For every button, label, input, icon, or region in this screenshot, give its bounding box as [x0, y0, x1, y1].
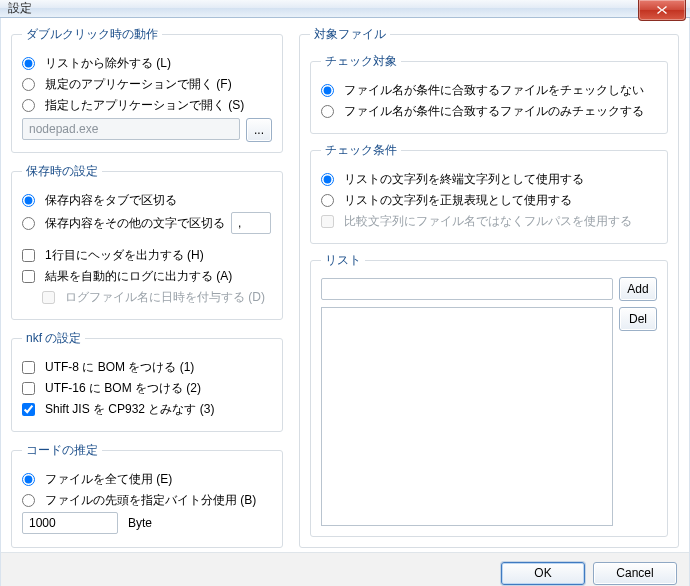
group-target-file: 対象ファイル チェック対象 ファイル名が条件に合致するファイルをチェックしない … [299, 26, 679, 548]
radio-open-specified-app[interactable] [22, 99, 35, 112]
check-header-row[interactable] [22, 249, 35, 262]
group-dblclick: ダブルクリック時の動作 リストから除外する (L) 規定のアプリケーションで開く… [11, 26, 283, 153]
label-cond-regex: リストの文字列を正規表現として使用する [344, 191, 572, 209]
close-button[interactable] [638, 0, 686, 21]
group-dblclick-legend: ダブルクリック時の動作 [22, 26, 162, 43]
left-column: ダブルクリック時の動作 リストから除外する (L) 規定のアプリケーションで開く… [11, 26, 283, 548]
group-list: リスト Add Del [310, 252, 668, 537]
label-sep-tab: 保存内容をタブで区切る [45, 191, 177, 209]
radio-check-skip[interactable] [321, 84, 334, 97]
radio-sep-tab[interactable] [22, 194, 35, 207]
ok-button[interactable]: OK [501, 562, 585, 585]
radio-code-head[interactable] [22, 494, 35, 507]
label-sep-other: 保存内容をその他の文字で区切る [45, 214, 225, 232]
browse-app-button[interactable]: ... [246, 118, 272, 142]
sep-char-input[interactable] [231, 212, 271, 234]
label-check-only: ファイル名が条件に合致するファイルのみチェックする [344, 102, 644, 120]
group-save: 保存時の設定 保存内容をタブで区切る 保存内容をその他の文字で区切る 1行目にヘ… [11, 163, 283, 320]
label-cond-terminal: リストの文字列を終端文字列として使用する [344, 170, 584, 188]
group-nkf-legend: nkf の設定 [22, 330, 85, 347]
content: ダブルクリック時の動作 リストから除外する (L) 規定のアプリケーションで開く… [1, 18, 689, 552]
group-nkf: nkf の設定 UTF-8 に BOM をつける (1) UTF-16 に BO… [11, 330, 283, 432]
cancel-button[interactable]: Cancel [593, 562, 677, 585]
radio-cond-terminal[interactable] [321, 173, 334, 186]
dialog-footer: OK Cancel [1, 552, 689, 586]
head-bytes-input[interactable] [22, 512, 118, 534]
group-check-target: チェック対象 ファイル名が条件に合致するファイルをチェックしない ファイル名が条… [310, 53, 668, 134]
window-title: 設定 [8, 0, 32, 17]
list-del-button[interactable]: Del [619, 307, 657, 331]
label-utf8-bom: UTF-8 に BOM をつける (1) [45, 358, 194, 376]
list-item-input[interactable] [321, 278, 613, 300]
label-log-date: ログファイル名に日時を付与する (D) [65, 288, 265, 306]
check-cp932[interactable] [22, 403, 35, 416]
group-code-estimation: コードの推定 ファイルを全て使用 (E) ファイルの先頭を指定バイト分使用 (B… [11, 442, 283, 548]
label-open-default-app: 規定のアプリケーションで開く (F) [45, 75, 232, 93]
radio-check-only[interactable] [321, 105, 334, 118]
label-utf16-bom: UTF-16 に BOM をつける (2) [45, 379, 201, 397]
group-save-legend: 保存時の設定 [22, 163, 102, 180]
group-check-condition-legend: チェック条件 [321, 142, 401, 159]
list-box[interactable] [321, 307, 613, 526]
check-utf16-bom[interactable] [22, 382, 35, 395]
client-area: ダブルクリック時の動作 リストから除外する (L) 規定のアプリケーションで開く… [0, 18, 690, 586]
label-open-specified-app: 指定したアプリケーションで開く (S) [45, 96, 244, 114]
check-log-date[interactable] [42, 291, 55, 304]
check-fullpath[interactable] [321, 215, 334, 228]
radio-open-default-app[interactable] [22, 78, 35, 91]
group-code-legend: コードの推定 [22, 442, 102, 459]
label-remove-from-list: リストから除外する (L) [45, 54, 171, 72]
label-code-all: ファイルを全て使用 (E) [45, 470, 172, 488]
group-target-legend: 対象ファイル [310, 26, 390, 43]
label-auto-log: 結果を自動的にログに出力する (A) [45, 267, 232, 285]
settings-dialog: 設定 ダブルクリック時の動作 リストから除外する (L) 規定のアプリケー [0, 0, 690, 586]
group-check-target-legend: チェック対象 [321, 53, 401, 70]
label-cp932: Shift JIS を CP932 とみなす (3) [45, 400, 214, 418]
group-check-condition: チェック条件 リストの文字列を終端文字列として使用する リストの文字列を正規表現… [310, 142, 668, 244]
label-fullpath: 比較文字列にファイル名ではなくフルパスを使用する [344, 212, 632, 230]
radio-sep-other[interactable] [22, 217, 35, 230]
radio-cond-regex[interactable] [321, 194, 334, 207]
check-auto-log[interactable] [22, 270, 35, 283]
titlebar[interactable]: 設定 [0, 0, 690, 18]
check-utf8-bom[interactable] [22, 361, 35, 374]
group-list-legend: リスト [321, 252, 365, 269]
right-column: 対象ファイル チェック対象 ファイル名が条件に合致するファイルをチェックしない … [299, 26, 679, 548]
list-add-button[interactable]: Add [619, 277, 657, 301]
radio-code-all[interactable] [22, 473, 35, 486]
label-code-head: ファイルの先頭を指定バイト分使用 (B) [45, 491, 256, 509]
label-check-skip: ファイル名が条件に合致するファイルをチェックしない [344, 81, 644, 99]
byte-unit-label: Byte [128, 514, 152, 532]
label-header-row: 1行目にヘッダを出力する (H) [45, 246, 204, 264]
specified-app-path-input[interactable] [22, 118, 240, 140]
close-icon [656, 5, 668, 15]
radio-remove-from-list[interactable] [22, 57, 35, 70]
